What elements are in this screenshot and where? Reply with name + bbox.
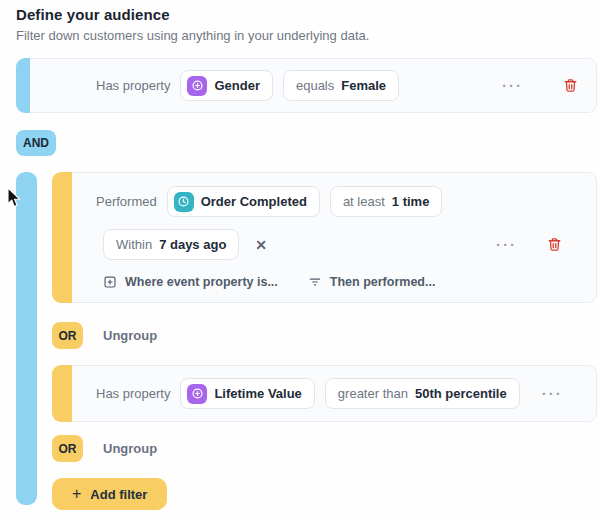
filter-lines-icon [308, 275, 322, 289]
property-icon [187, 384, 207, 404]
filter-row-ltv: Has property Lifetime Value greater than… [52, 365, 597, 422]
frequency-value: 1 time [392, 194, 430, 209]
then-performed-label: Then performed... [330, 275, 436, 289]
and-group-bar[interactable] [16, 172, 37, 505]
frequency-chip[interactable]: at least 1 time [330, 186, 443, 217]
add-filter-label: Add filter [90, 487, 147, 502]
remove-window-icon[interactable]: ✕ [255, 237, 267, 253]
logic-operator-and[interactable]: AND [16, 130, 56, 156]
event-actions-row: Where event property is... Then performe… [103, 275, 580, 289]
property-chip-gender[interactable]: Gender [180, 70, 273, 101]
event-window-row: Within 7 days ago ✕ ··· [103, 229, 580, 260]
frequency-operator: at least [343, 194, 385, 209]
page-title: Define your audience [16, 6, 369, 23]
group-bar-blue[interactable] [16, 58, 30, 113]
event-chip[interactable]: Order Completed [167, 186, 320, 217]
delete-filter-icon[interactable] [545, 235, 564, 254]
ungroup-button[interactable]: Ungroup [103, 441, 157, 456]
delete-filter-icon[interactable] [561, 76, 580, 95]
filter-row-event: Performed Order Completed at least 1 tim… [52, 172, 597, 303]
event-main-row: Performed Order Completed at least 1 tim… [96, 186, 580, 217]
where-event-property-button[interactable]: Where event property is... [103, 275, 278, 289]
more-menu-icon[interactable]: ··· [494, 233, 519, 256]
window-value: 7 days ago [159, 237, 226, 252]
more-menu-icon[interactable]: ··· [540, 382, 565, 405]
condition-value: 50th percentile [415, 386, 507, 401]
where-event-property-label: Where event property is... [125, 275, 278, 289]
event-prefix-label: Performed [96, 194, 157, 209]
time-window-chip[interactable]: Within 7 days ago [103, 229, 239, 260]
ungroup-button[interactable]: Ungroup [103, 328, 157, 343]
audience-builder: Define your audience Filter down custome… [0, 0, 600, 518]
condition-operator: equals [296, 78, 334, 93]
property-chip-ltv[interactable]: Lifetime Value [180, 378, 314, 409]
header: Define your audience Filter down custome… [16, 6, 369, 43]
window-operator: Within [116, 237, 152, 252]
filter-prefix-label: Has property [96, 386, 170, 401]
page-subtitle: Filter down customers using anything in … [16, 28, 369, 43]
then-performed-button[interactable]: Then performed... [308, 275, 436, 289]
filter-row-gender-panel: Has property Gender equals Female ··· [30, 58, 597, 113]
logic-operator-or[interactable]: OR [52, 435, 83, 462]
condition-value: Female [341, 78, 386, 93]
condition-chip-gender[interactable]: equals Female [283, 70, 399, 101]
condition-chip-ltv[interactable]: greater than 50th percentile [325, 378, 520, 409]
add-filter-button[interactable]: + Add filter [52, 478, 167, 510]
event-icon [174, 192, 194, 212]
plus-icon: + [72, 486, 81, 502]
event-bar-yellow[interactable] [52, 172, 72, 303]
logic-operator-or[interactable]: OR [52, 322, 83, 349]
property-icon [187, 76, 207, 96]
condition-operator: greater than [338, 386, 408, 401]
plus-square-icon [103, 275, 117, 289]
filter-row-gender: Has property Gender equals Female ··· [16, 58, 597, 113]
filter-prefix-label: Has property [96, 78, 170, 93]
more-menu-icon[interactable]: ··· [500, 74, 525, 97]
or-group: Performed Order Completed at least 1 tim… [52, 172, 597, 518]
ltv-bar-yellow[interactable] [52, 365, 72, 422]
event-chip-label: Order Completed [201, 194, 307, 209]
property-chip-label: Lifetime Value [214, 386, 301, 401]
property-chip-label: Gender [214, 78, 260, 93]
filter-row-ltv-panel: Has property Lifetime Value greater than… [72, 365, 597, 422]
filter-row-event-panel: Performed Order Completed at least 1 tim… [72, 172, 597, 303]
